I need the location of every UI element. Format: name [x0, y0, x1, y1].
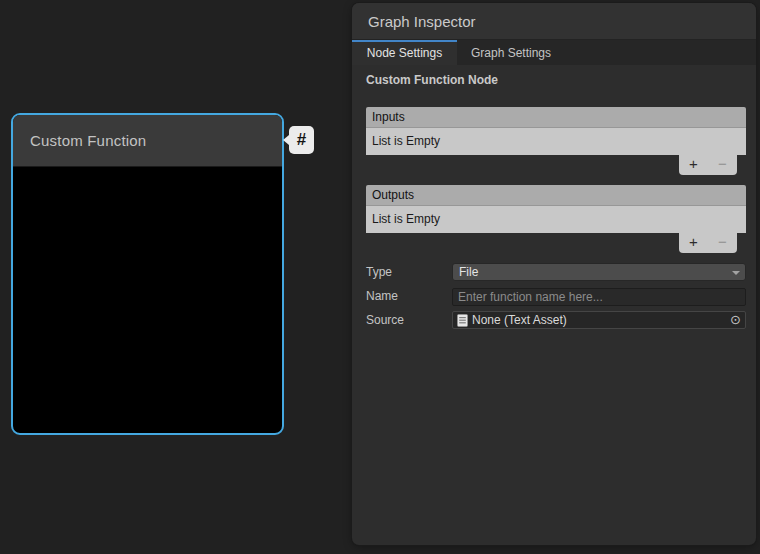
custom-function-node[interactable]: Custom Function [11, 113, 284, 435]
inputs-list-header: Inputs [366, 107, 746, 128]
object-picker-icon[interactable]: ⊙ [730, 313, 741, 327]
panel-title: Graph Inspector [368, 13, 476, 30]
node-titlebar[interactable]: Custom Function [13, 115, 282, 167]
node-settings-heading: Custom Function Node [366, 73, 746, 87]
source-field-row: Source None (Text Asset) ⊙ [366, 311, 746, 329]
node-title: Custom Function [30, 132, 146, 149]
outputs-list-header: Outputs [366, 185, 746, 206]
outputs-empty-row: List is Empty [366, 206, 746, 233]
inputs-empty-row: List is Empty [366, 128, 746, 155]
node-code-badge[interactable]: # [289, 126, 314, 154]
inputs-add-button[interactable]: + [679, 155, 708, 175]
inspector-tabbar: Node Settings Graph Settings [352, 40, 756, 65]
inputs-remove-button[interactable]: − [708, 155, 737, 175]
tab-graph-settings-label: Graph Settings [471, 46, 551, 60]
type-dropdown-value: File [459, 265, 478, 279]
chevron-down-icon [732, 271, 740, 275]
outputs-list-footer: + − [679, 233, 737, 253]
field-group: Type File Name Source [366, 263, 746, 329]
source-object-field[interactable]: None (Text Asset) ⊙ [452, 311, 746, 329]
panel-header: Graph Inspector [352, 3, 756, 40]
source-label: Source [366, 313, 452, 327]
source-object-value: None (Text Asset) [472, 312, 567, 328]
type-label: Type [366, 265, 452, 279]
type-dropdown[interactable]: File [452, 263, 746, 281]
function-name-input[interactable] [452, 288, 746, 306]
outputs-list-footer-strip: + − [366, 233, 746, 253]
graph-inspector-panel: Graph Inspector Node Settings Graph Sett… [352, 3, 756, 545]
tab-node-settings[interactable]: Node Settings [352, 40, 457, 65]
inputs-list: Inputs List is Empty + − [366, 107, 746, 175]
outputs-add-button[interactable]: + [679, 233, 708, 253]
inputs-list-footer: + − [679, 155, 737, 175]
inputs-list-footer-strip: + − [366, 155, 746, 175]
tab-node-settings-label: Node Settings [367, 46, 442, 60]
name-label: Name [366, 289, 452, 303]
hash-icon: # [297, 130, 306, 149]
text-asset-icon [457, 314, 468, 327]
outputs-remove-button[interactable]: − [708, 233, 737, 253]
name-field-row: Name [366, 287, 746, 305]
inspector-content: Custom Function Node Inputs List is Empt… [352, 65, 756, 329]
outputs-list: Outputs List is Empty + − [366, 185, 746, 253]
tab-graph-settings[interactable]: Graph Settings [457, 40, 565, 65]
type-field-row: Type File [366, 263, 746, 281]
